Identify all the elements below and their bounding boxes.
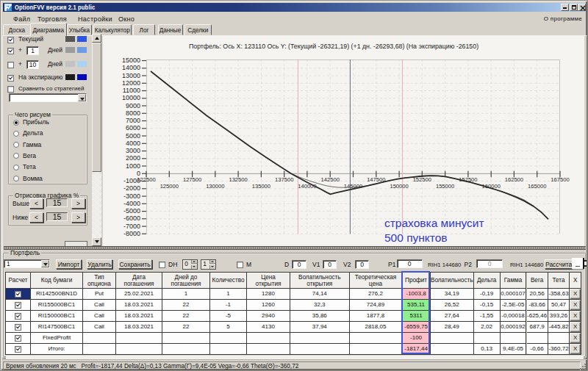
svg-text:7000: 7000 — [126, 117, 140, 124]
svg-text:страховка минусит: страховка минусит — [384, 217, 484, 229]
svg-text:135000: 135000 — [252, 183, 270, 190]
svg-text:9000: 9000 — [126, 102, 140, 109]
svg-text:-4000: -4000 — [123, 200, 140, 207]
svg-text:-8000: -8000 — [123, 230, 140, 237]
svg-text:155000: 155000 — [436, 183, 454, 190]
svg-text:125000: 125000 — [160, 183, 179, 190]
svg-text:165000: 165000 — [528, 183, 546, 190]
svg-text:-3000: -3000 — [123, 192, 140, 200]
svg-text:130000: 130000 — [206, 183, 224, 190]
svg-text:500 пунктов: 500 пунктов — [384, 231, 448, 244]
svg-text:15000: 15000 — [122, 57, 140, 64]
svg-text:5000: 5000 — [126, 132, 140, 140]
svg-text:12000: 12000 — [122, 79, 140, 87]
svg-text:167500: 167500 — [551, 176, 569, 183]
svg-text:-5000: -5000 — [123, 207, 140, 215]
svg-text:122500: 122500 — [137, 176, 155, 183]
svg-text:150000: 150000 — [390, 183, 408, 190]
svg-text:13000: 13000 — [122, 72, 140, 79]
svg-text:132500: 132500 — [229, 176, 247, 183]
svg-text:1000: 1000 — [126, 162, 140, 170]
svg-text:142500: 142500 — [321, 176, 340, 183]
svg-text:8000: 8000 — [126, 109, 140, 117]
svg-text:6000: 6000 — [126, 124, 140, 132]
svg-text:3000: 3000 — [126, 147, 140, 154]
svg-text:-6000: -6000 — [123, 215, 140, 222]
svg-text:10000: 10000 — [122, 94, 140, 101]
svg-text:127500: 127500 — [183, 176, 201, 183]
svg-text:-7000: -7000 — [123, 223, 140, 230]
svg-text:Портфель: Ось X: 123110 Ось: Портфель: Ось X: 123110 Ось Y: (Текущий … — [189, 43, 478, 50]
svg-text:11000: 11000 — [123, 87, 140, 94]
svg-text:137500: 137500 — [275, 176, 293, 183]
svg-text:-2000: -2000 — [123, 184, 140, 192]
svg-text:2000: 2000 — [126, 154, 140, 162]
svg-text:4000: 4000 — [126, 140, 140, 147]
svg-text:14000: 14000 — [122, 64, 140, 71]
svg-text:162500: 162500 — [505, 176, 523, 183]
